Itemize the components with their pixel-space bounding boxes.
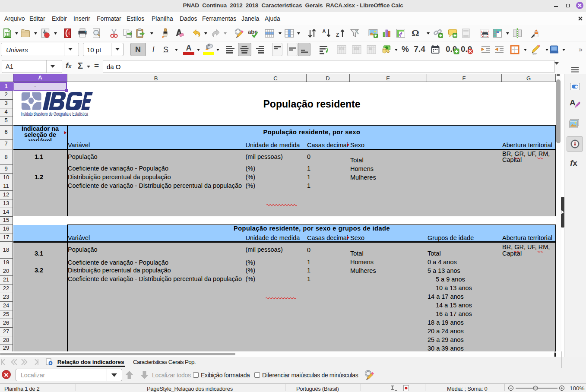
svg-text:Ω: Ω: [412, 28, 419, 38]
svg-text:A: A: [322, 28, 326, 35]
svg-text:Z: Z: [336, 32, 339, 38]
svg-text:Instituto Brasileiro de Geogra: Instituto Brasileiro de Geografia e Esta…: [21, 111, 88, 117]
